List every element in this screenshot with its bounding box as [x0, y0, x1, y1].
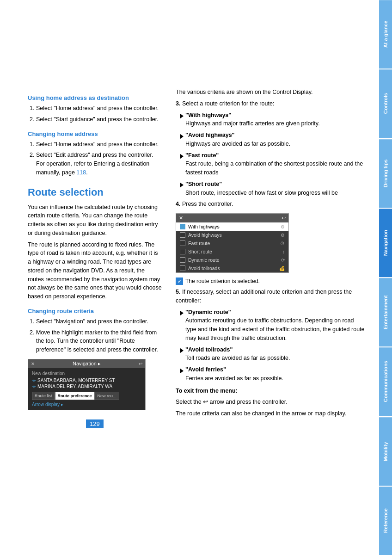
dest-text-2: MARINA DEL REY, ADMIRALTY WA — [37, 384, 112, 389]
dest-row-2: ↠ MARINA DEL REY, ADMIRALTY WA — [32, 384, 141, 389]
dest-arrow-icon-2: ↠ — [32, 384, 36, 389]
criterion-text: "Avoid ferries" Ferries are avoided as f… — [185, 365, 283, 383]
route-list-tab[interactable]: Route list — [32, 392, 55, 400]
dest-arrow-icon: ↠ — [32, 378, 36, 383]
using-home-steps: Select "Home address" and press the cont… — [36, 104, 162, 124]
using-home-title: Using home address as destination — [28, 94, 162, 101]
navigation-screenshot: ✕ Navigation ▸ ↩ New destination ↠ SANTA… — [28, 359, 146, 410]
criterion-short-route: "Short route" Short route, irrespective … — [180, 180, 365, 197]
toll-icon: 💰 — [279, 266, 285, 271]
dest-row-1: ↠ SANTA BARBARA, MONTERREY ST — [32, 378, 141, 383]
route-preference-tab[interactable]: Route preference — [55, 392, 95, 400]
triangle-icon — [180, 153, 185, 160]
row-label: Avoid highways — [188, 232, 222, 238]
criterion-text: "With highways" Highways and major traff… — [185, 111, 320, 129]
screenshot2-header: ✕ ↩ — [176, 214, 288, 222]
criterion-text: "Fast route" Fast route, being a combina… — [185, 151, 365, 177]
row-label: Short route — [188, 249, 212, 254]
changing-route-title: Changing route criteria — [28, 308, 162, 314]
changing-home-title: Changing home address — [28, 130, 162, 137]
criterion-with-highways: "With highways" Highways and major traff… — [180, 111, 365, 129]
list-item: Select "Edit address" and press the cont… — [36, 151, 162, 177]
triangle-icon — [180, 112, 185, 119]
tab-driving-tips[interactable]: Driving tips — [379, 139, 392, 208]
tab-communications[interactable]: Communications — [379, 347, 392, 416]
intro-text: The various criteria are shown on the Co… — [176, 88, 365, 97]
changing-home-steps: Select "Home address" and press the cont… — [36, 140, 162, 177]
content-wrapper: Using home address as destination Select… — [28, 14, 365, 541]
page-link[interactable]: 118 — [76, 169, 86, 176]
tab-entertainment[interactable]: Entertainment — [379, 278, 392, 346]
nav-label: Navigation ▸ — [73, 361, 101, 367]
triangle-icon — [180, 181, 185, 188]
right-column: The various criteria are shown on the Co… — [171, 14, 365, 541]
list-item: Select "Navigation" and press the contro… — [36, 317, 162, 326]
list-item: Move the highlight marker to the third f… — [36, 328, 162, 354]
criterion-avoid-highways: "Avoid highways" Highways are avoided as… — [180, 131, 365, 148]
row-label: With highways — [188, 224, 220, 229]
new-route-tab[interactable]: New rou... — [95, 392, 119, 400]
page-number: 129 — [28, 419, 162, 438]
row-label: Dynamic route — [188, 257, 220, 263]
route-row-avoid-highways[interactable]: Avoid highways ⚙ — [176, 231, 288, 239]
timer-icon: ⏱ — [280, 241, 285, 246]
dynamic-icon: ⟳ — [281, 258, 285, 263]
step4-text: 4. Press the controller. — [176, 200, 365, 209]
settings-icon: ⚙ — [281, 224, 285, 229]
settings-icon: ⚙ — [281, 233, 285, 238]
tab-reference[interactable]: Reference — [379, 487, 392, 555]
two-col: Using home address as destination Select… — [28, 14, 365, 541]
screenshot-body: New destination ↠ SANTA BARBARA, MONTERR… — [28, 368, 145, 410]
criterion-fast-route: "Fast route" Fast route, being a combina… — [180, 151, 365, 177]
criterion-text: "Short route" Short route, irrespective … — [185, 180, 338, 197]
screenshot-tabs: Route list Route preference New rou... — [32, 392, 141, 400]
triangle-icon — [180, 367, 185, 374]
step5-text: 5. If necessary, select an additional ro… — [176, 288, 365, 305]
additional-criterion-ferries: "Avoid ferries" Ferries are avoided as f… — [180, 365, 365, 383]
back-icon: ↩ — [139, 361, 142, 366]
checkmark-text: The route criterion is selected. — [185, 278, 260, 284]
note-text: The route criteria can also be changed i… — [176, 409, 365, 418]
left-column: Using home address as destination Select… — [28, 14, 171, 541]
checkbox-fast[interactable] — [180, 240, 185, 246]
dest-text-1: SANTA BARBARA, MONTERREY ST — [37, 378, 115, 383]
route-selection-title: Route selection — [28, 186, 162, 198]
arrow-display[interactable]: Arrow display ▸ — [32, 402, 141, 407]
row-label: Fast route — [188, 240, 210, 246]
route-selection-body2: The route is planned according to fixed … — [28, 240, 162, 301]
main-content: Using home address as destination Select… — [0, 0, 379, 555]
additional-criterion-dynamic: "Dynamic route" Automatic rerouting due … — [180, 308, 365, 343]
checkbox-avoid-highways[interactable] — [180, 232, 185, 238]
changing-route-steps: Select "Navigation" and press the contro… — [36, 317, 162, 354]
triangle-icon — [180, 347, 185, 354]
route-row-short[interactable]: Short route ↕ — [176, 247, 288, 256]
route-row-dynamic[interactable]: Dynamic route ⟳ — [176, 256, 288, 264]
list-item: Select "Home address" and press the cont… — [36, 140, 162, 149]
close-icon: ✕ — [31, 361, 35, 366]
tab-mobility[interactable]: Mobility — [379, 417, 392, 486]
tab-at-a-glance[interactable]: At a glance — [379, 0, 392, 68]
route-row-with-highways[interactable]: With highways ⚙ — [176, 222, 288, 231]
checkbox-with-highways[interactable] — [180, 224, 185, 229]
checkbox-short[interactable] — [180, 249, 185, 254]
list-item: Select "Home address" and press the cont… — [36, 104, 162, 113]
page-indicator: 129 — [86, 419, 104, 428]
sidebar-tabs: At a glance Controls Driving tips Naviga… — [379, 0, 392, 555]
triangle-icon — [180, 309, 185, 316]
route-selection-body1: You can influence the calculated route b… — [28, 203, 162, 238]
checkbox-tollroads[interactable] — [180, 265, 185, 271]
close-icon: ✕ — [179, 215, 183, 221]
route-row-fast[interactable]: Fast route ⏱ — [176, 239, 288, 247]
tab-controls[interactable]: Controls — [379, 69, 392, 138]
back-icon: ↩ — [282, 215, 286, 221]
criterion-text: "Dynamic route" Automatic rerouting due … — [185, 308, 365, 343]
route-row-tollroads[interactable]: Avoid tollroads 💰 — [176, 264, 288, 272]
step3-text: 3. Select a route criterion for the rout… — [176, 99, 365, 108]
list-item: Select "Start guidance" and press the co… — [36, 115, 162, 124]
page-container: Using home address as destination Select… — [0, 0, 392, 555]
checkmark-note: ✓ The route criterion is selected. — [176, 278, 365, 285]
tab-navigation[interactable]: Navigation — [379, 209, 392, 277]
exit-menu-desc: Select the ↩ arrow and press the control… — [176, 398, 365, 407]
criterion-text: "Avoid tollroads" Toll roads are avoided… — [185, 345, 290, 363]
checkbox-dynamic[interactable] — [180, 257, 185, 263]
